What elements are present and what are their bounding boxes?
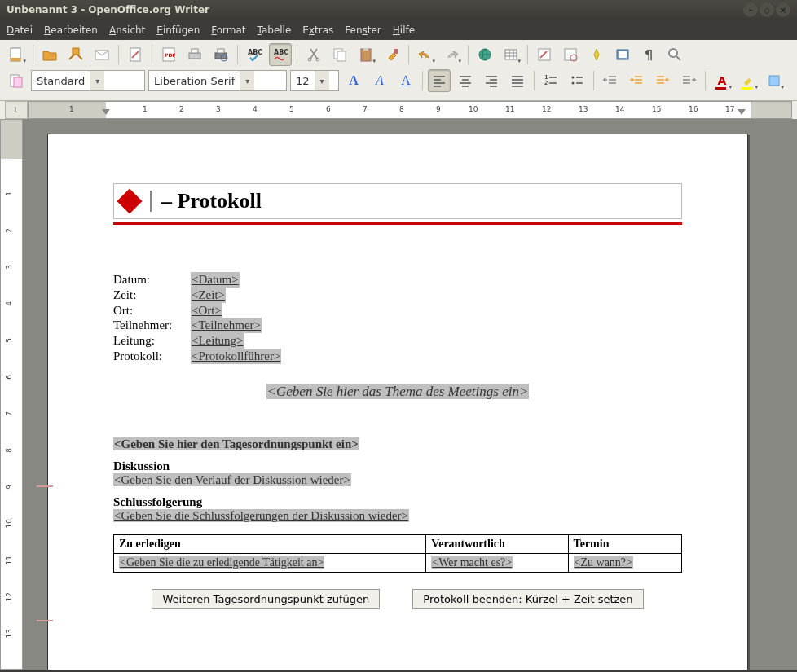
- placeholder-protokoll[interactable]: <Protokollführer>: [191, 349, 281, 364]
- table-row: <Geben Sie die zu erledigende Tätigkeit …: [114, 553, 682, 572]
- placeholder-zeit[interactable]: <Zeit>: [191, 288, 226, 303]
- discussion-heading[interactable]: Diskussion: [113, 459, 682, 473]
- show-draw-button[interactable]: [533, 43, 556, 66]
- font-name-combo[interactable]: Liberation Serif▾: [148, 70, 287, 91]
- svg-rect-28: [619, 51, 627, 58]
- autospellcheck-button[interactable]: ABC: [269, 43, 292, 66]
- align-left-button[interactable]: [428, 69, 451, 92]
- menu-format[interactable]: Format: [211, 24, 245, 36]
- window-maximize-button[interactable]: ◇: [760, 2, 774, 17]
- italic-button[interactable]: A: [368, 69, 391, 92]
- svg-rect-19: [363, 48, 368, 51]
- svg-rect-8: [192, 49, 198, 53]
- paragraph-style-combo[interactable]: Standard▾: [31, 70, 145, 91]
- menu-table[interactable]: Tabelle: [258, 24, 292, 36]
- menu-view[interactable]: Ansicht: [109, 24, 145, 36]
- table-header[interactable]: Verantwortlich: [426, 534, 568, 553]
- svg-text:PDF: PDF: [165, 52, 175, 58]
- menu-file[interactable]: DDateiatei: [7, 24, 33, 36]
- add-agenda-point-button[interactable]: Weiteren Tagesordnungspunkt zufügen: [152, 589, 380, 609]
- align-center-button[interactable]: [454, 69, 477, 92]
- todo-table[interactable]: Zu erledigen Verantwortlich Termin <Gebe…: [113, 534, 682, 573]
- doc-title[interactable]: – Protokoll: [161, 189, 262, 213]
- formatting-toolbar: Standard▾ Liberation Serif▾ 12▾ A A A 12…: [5, 69, 792, 92]
- page[interactable]: – Protokoll Datum:<Datum> Zeit:<Zeit> Or…: [47, 134, 748, 670]
- conclusion-heading[interactable]: Schlussfolgerung: [113, 495, 682, 509]
- menu-extras[interactable]: Extras: [302, 24, 333, 36]
- print-direct-button[interactable]: [183, 43, 206, 66]
- menu-edit[interactable]: Bearbeiten: [44, 24, 98, 36]
- undo-button[interactable]: ▾: [414, 43, 437, 66]
- window-close-button[interactable]: ×: [776, 2, 790, 17]
- menu-insert[interactable]: Einfügen: [156, 24, 200, 36]
- placeholder-deadline[interactable]: <Zu wann?>: [574, 556, 633, 569]
- finish-protocol-button[interactable]: Protokoll beenden: Kürzel + Zeit setzen: [412, 589, 643, 609]
- nonprinting-button[interactable]: ¶: [637, 43, 660, 66]
- meta-label: Leitung:: [113, 333, 191, 349]
- font-size-combo[interactable]: 12▾: [290, 70, 339, 91]
- placeholder-discussion[interactable]: <Geben Sie den Verlauf der Diskussion wi…: [113, 473, 351, 486]
- svg-rect-20: [394, 49, 398, 54]
- table-button[interactable]: ▾: [500, 43, 522, 66]
- align-right-button[interactable]: [480, 69, 503, 92]
- placeholder-ort[interactable]: <Ort>: [191, 303, 222, 318]
- zoom-button[interactable]: [663, 43, 686, 66]
- find-replace-button[interactable]: [559, 43, 582, 66]
- svg-rect-17: [337, 51, 346, 61]
- svg-point-14: [308, 58, 311, 61]
- pdf-export-button[interactable]: PDF: [157, 43, 180, 66]
- menu-bar: DDateiatei Bearbeiten Ansicht Einfügen F…: [0, 20, 797, 40]
- placeholder-teilnehmer[interactable]: <Teilnehmer>: [191, 318, 262, 333]
- svg-rect-1: [11, 58, 20, 61]
- format-paintbrush-button[interactable]: [381, 43, 403, 66]
- menu-help[interactable]: Hilfe: [393, 24, 415, 36]
- numbering-button[interactable]: 12: [539, 69, 562, 92]
- print-preview-button[interactable]: [209, 43, 232, 66]
- cut-button[interactable]: [302, 43, 325, 66]
- increase-indent-button[interactable]: [625, 69, 648, 92]
- title-frame[interactable]: – Protokoll: [113, 183, 682, 219]
- edit-doc-button[interactable]: [124, 43, 147, 66]
- bg-color-button[interactable]: ▾: [763, 69, 786, 92]
- bullets-button[interactable]: [566, 69, 588, 92]
- align-justify-button[interactable]: [506, 69, 529, 92]
- meta-label: Ort:: [113, 303, 191, 318]
- redo-button[interactable]: ▾: [440, 43, 463, 66]
- vertical-ruler[interactable]: 12 34 56 78 910 1112 13: [0, 119, 23, 670]
- hyperlink-button[interactable]: [473, 43, 496, 66]
- decrease-indent-button[interactable]: [599, 69, 622, 92]
- save-button[interactable]: [64, 43, 87, 66]
- increase-indent-rtl-button[interactable]: [651, 69, 674, 92]
- table-header[interactable]: Termin: [568, 534, 681, 553]
- meta-block[interactable]: Datum:<Datum> Zeit:<Zeit> Ort:<Ort> Teil…: [113, 272, 682, 364]
- new-button[interactable]: ▾: [5, 43, 28, 66]
- placeholder-todo[interactable]: <Geben Sie die zu erledigende Tätigkeit …: [119, 556, 324, 569]
- email-button[interactable]: [90, 43, 113, 66]
- placeholder-theme[interactable]: <Geben Sie hier das Thema des Meetings e…: [266, 384, 530, 399]
- open-button[interactable]: [38, 43, 61, 66]
- navigator-button[interactable]: [585, 43, 608, 66]
- menu-window[interactable]: Fenster: [345, 24, 381, 36]
- document-area[interactable]: – Protokoll Datum:<Datum> Zeit:<Zeit> Or…: [23, 119, 797, 670]
- window-minimize-button[interactable]: –: [743, 2, 758, 17]
- horizontal-ruler[interactable]: 1 12 34 56 78 910 1112 1314 1516 17: [28, 101, 792, 119]
- placeholder-responsible[interactable]: <Wer macht es?>: [431, 556, 513, 569]
- styles-button[interactable]: [5, 69, 28, 92]
- placeholder-agenda-point[interactable]: <Geben Sie hier den Tagesordnungspunkt e…: [113, 437, 359, 450]
- decrease-indent-rtl-button[interactable]: [677, 69, 700, 92]
- copy-button[interactable]: [328, 43, 351, 66]
- gallery-button[interactable]: [611, 43, 634, 66]
- placeholder-leitung[interactable]: <Leitung>: [191, 333, 244, 349]
- diamond-icon: [117, 188, 142, 213]
- standard-toolbar: ▾ PDF ABC ABC ▾ ▾ ▾ ▾ ¶: [5, 43, 792, 66]
- bold-button[interactable]: A: [342, 69, 365, 92]
- placeholder-conclusion[interactable]: <Geben Sie die Schlussfolgerungen der Di…: [113, 509, 409, 522]
- table-header[interactable]: Zu erledigen: [114, 534, 426, 553]
- highlight-color-button[interactable]: ▾: [737, 69, 760, 92]
- svg-rect-7: [189, 53, 200, 59]
- underline-button[interactable]: A: [394, 69, 417, 92]
- placeholder-datum[interactable]: <Datum>: [191, 272, 240, 288]
- spellcheck-button[interactable]: ABC: [243, 43, 266, 66]
- paste-button[interactable]: ▾: [354, 43, 377, 66]
- font-color-button[interactable]: A▾: [711, 69, 733, 92]
